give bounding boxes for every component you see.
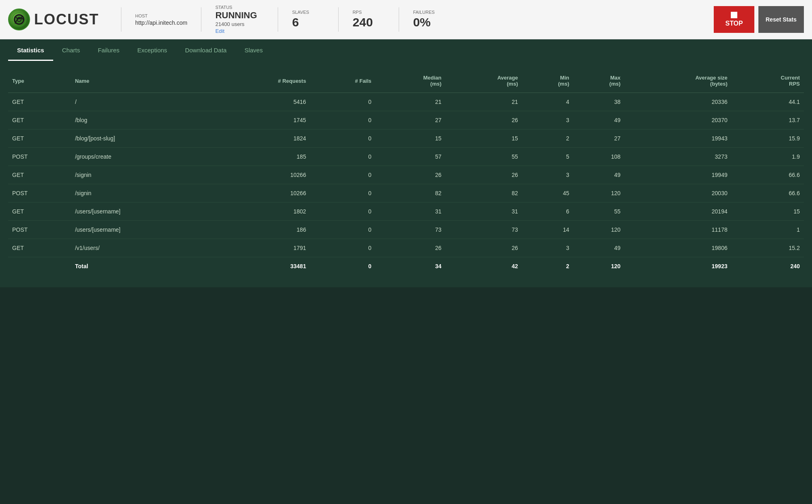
nav-item-exceptions[interactable]: Exceptions <box>128 39 176 61</box>
cell-avg-size: 19806 <box>624 239 731 257</box>
table-row: GET /signin 10266 0 26 26 3 49 19949 66.… <box>8 166 804 184</box>
cell-avg-size: 11178 <box>624 221 731 239</box>
cell-min: 3 <box>522 166 573 184</box>
failures-label: FAILURES <box>413 10 445 15</box>
cell-median: 73 <box>376 221 445 239</box>
stop-label: STOP <box>725 20 743 27</box>
failures-value: 0% <box>413 15 445 29</box>
cell-median: 82 <box>376 184 445 202</box>
col-name: Name <box>71 69 214 93</box>
cell-max: 38 <box>573 93 624 111</box>
cell-type: GET <box>8 129 71 148</box>
failures-section: FAILURES 0% <box>413 10 445 29</box>
header-divider-5 <box>399 7 399 32</box>
total-max: 120 <box>573 257 624 276</box>
cell-min: 5 <box>522 148 573 166</box>
table-row: POST /users/[username] 186 0 73 73 14 12… <box>8 221 804 239</box>
statistics-table: Type Name # Requests # Fails Median(ms) … <box>8 69 804 275</box>
nav-item-slaves[interactable]: Slaves <box>235 39 272 61</box>
total-fails: 0 <box>310 257 376 276</box>
cell-fails: 0 <box>310 239 376 257</box>
nav-item-download-data[interactable]: Download Data <box>176 39 236 61</box>
cell-min: 45 <box>522 184 573 202</box>
cell-average: 73 <box>445 221 522 239</box>
logo-icon <box>8 9 30 30</box>
cell-name: /signin <box>71 184 214 202</box>
host-value: http://api.initech.com <box>135 19 187 26</box>
status-edit-link[interactable]: Edit <box>215 28 264 34</box>
cell-min: 6 <box>522 202 573 221</box>
cell-type: GET <box>8 166 71 184</box>
nav: Statistics Charts Failures Exceptions Do… <box>0 39 812 61</box>
cell-average: 55 <box>445 148 522 166</box>
table-total-row: Total 33481 0 34 42 2 120 19923 240 <box>8 257 804 276</box>
cell-fails: 0 <box>310 148 376 166</box>
total-requests: 33481 <box>214 257 310 276</box>
cell-max: 55 <box>573 202 624 221</box>
cell-median: 26 <box>376 239 445 257</box>
col-fails: # Fails <box>310 69 376 93</box>
cell-median: 27 <box>376 111 445 129</box>
cell-rps: 66.6 <box>732 184 804 202</box>
svg-point-2 <box>17 17 21 22</box>
cell-median: 57 <box>376 148 445 166</box>
cell-avg-size: 19949 <box>624 166 731 184</box>
cell-rps: 15.2 <box>732 239 804 257</box>
cell-name: /v1/users/ <box>71 239 214 257</box>
slaves-label: SLAVES <box>292 10 324 15</box>
nav-item-failures[interactable]: Failures <box>89 39 128 61</box>
cell-average: 26 <box>445 166 522 184</box>
cell-fails: 0 <box>310 184 376 202</box>
cell-max: 49 <box>573 239 624 257</box>
logo-text: LOCUST <box>34 11 99 28</box>
cell-name: / <box>71 93 214 111</box>
cell-min: 3 <box>522 239 573 257</box>
cell-requests: 10266 <box>214 166 310 184</box>
cell-requests: 186 <box>214 221 310 239</box>
svg-point-0 <box>12 13 26 26</box>
total-label: Total <box>71 257 214 276</box>
cell-name: /groups/create <box>71 148 214 166</box>
cell-type: GET <box>8 93 71 111</box>
table-row: GET /users/[username] 1802 0 31 31 6 55 … <box>8 202 804 221</box>
cell-avg-size: 20194 <box>624 202 731 221</box>
table-row: POST /groups/create 185 0 57 55 5 108 32… <box>8 148 804 166</box>
rps-value: 240 <box>352 15 385 29</box>
cell-rps: 15 <box>732 202 804 221</box>
cell-fails: 0 <box>310 93 376 111</box>
cell-median: 31 <box>376 202 445 221</box>
cell-average: 21 <box>445 93 522 111</box>
reset-stats-button[interactable]: Reset Stats <box>758 6 804 33</box>
cell-type: GET <box>8 111 71 129</box>
table-row: GET / 5416 0 21 21 4 38 20336 44.1 <box>8 93 804 111</box>
cell-avg-size: 20370 <box>624 111 731 129</box>
status-section: STATUS RUNNING 21400 users Edit <box>215 5 264 34</box>
cell-median: 15 <box>376 129 445 148</box>
cell-rps: 15.9 <box>732 129 804 148</box>
total-type <box>8 257 71 276</box>
nav-item-charts[interactable]: Charts <box>53 39 89 61</box>
stop-button[interactable]: STOP <box>714 6 754 33</box>
cell-average: 82 <box>445 184 522 202</box>
cell-requests: 1745 <box>214 111 310 129</box>
header-actions: STOP Reset Stats <box>714 6 804 33</box>
cell-max: 49 <box>573 166 624 184</box>
header: LOCUST HOST http://api.initech.com STATU… <box>0 0 812 39</box>
table-header-row: Type Name # Requests # Fails Median(ms) … <box>8 69 804 93</box>
status-value: RUNNING <box>215 11 264 20</box>
cell-average: 26 <box>445 111 522 129</box>
total-avg-size: 19923 <box>624 257 731 276</box>
cell-name: /users/[username] <box>71 221 214 239</box>
slaves-value: 6 <box>292 15 324 29</box>
cell-avg-size: 20030 <box>624 184 731 202</box>
table-row: GET /blog/[post-slug] 1824 0 15 15 2 27 … <box>8 129 804 148</box>
col-median: Median(ms) <box>376 69 445 93</box>
cell-rps: 1.9 <box>732 148 804 166</box>
nav-item-statistics[interactable]: Statistics <box>8 39 53 61</box>
table-row: GET /v1/users/ 1791 0 26 26 3 49 19806 1… <box>8 239 804 257</box>
col-rps: CurrentRPS <box>732 69 804 93</box>
cell-median: 26 <box>376 166 445 184</box>
cell-type: POST <box>8 148 71 166</box>
cell-rps: 66.6 <box>732 166 804 184</box>
statistics-table-container: Type Name # Requests # Fails Median(ms) … <box>0 61 812 287</box>
